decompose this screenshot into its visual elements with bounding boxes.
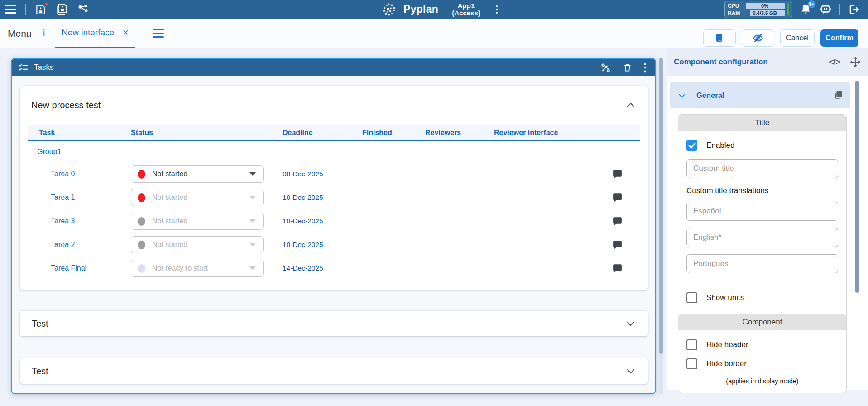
edit-tools-icon[interactable] xyxy=(600,63,611,73)
collapsed-section-test-2[interactable]: Test xyxy=(20,358,648,384)
checkbox-icon[interactable] xyxy=(686,358,697,369)
column-deadline: Deadline xyxy=(283,129,362,137)
preview-toggle-button[interactable] xyxy=(742,29,774,47)
checkbox-icon[interactable] xyxy=(686,339,697,350)
save-all-icon[interactable] xyxy=(56,3,68,15)
ram-label: RAM xyxy=(728,10,742,16)
comment-icon[interactable] xyxy=(612,169,623,180)
task-link[interactable]: Tarea 0 xyxy=(28,170,131,178)
delete-icon[interactable] xyxy=(623,63,632,72)
title-enabled-checkbox[interactable]: Enabled xyxy=(686,140,838,151)
book-icon xyxy=(714,33,725,44)
general-section-header[interactable]: General xyxy=(670,82,850,108)
confirm-button[interactable]: Confirm xyxy=(820,29,858,47)
deadline-value: 10-Dec-2025 xyxy=(283,193,362,202)
column-reviewers: Reviewers xyxy=(425,129,494,137)
code-editor-icon[interactable]: </> xyxy=(829,57,840,67)
app-menu-kebab-icon[interactable] xyxy=(496,5,498,14)
top-app-bar: Pyplan App1 (Access) CPU 0% RAM xyxy=(0,0,868,19)
panel-menu-kebab-icon[interactable] xyxy=(644,63,646,72)
chevron-down-icon xyxy=(249,196,256,199)
table-row: Tarea 2 Not started 10-Dec-2025 xyxy=(28,233,640,256)
status-dropdown[interactable]: Not started xyxy=(131,236,264,253)
process-section: New process test Task Status Deadline Fi… xyxy=(20,86,648,290)
general-label: General xyxy=(696,91,724,100)
model-share-icon[interactable] xyxy=(77,3,90,16)
interface-toolbar: Menu i New interface ✕ Cancel Confirm xyxy=(0,19,868,48)
title-es-input[interactable] xyxy=(686,202,838,221)
show-units-checkbox[interactable]: Show units xyxy=(686,292,838,303)
menu-label[interactable]: Menu xyxy=(8,19,32,48)
cancel-button[interactable]: Cancel xyxy=(780,29,815,47)
pyplan-logo-text: Pyplan xyxy=(403,3,438,15)
column-reviewer-interface: Reviewer interface xyxy=(494,129,612,137)
info-icon[interactable]: i xyxy=(43,19,45,48)
sidebar-scrollbar-thumb[interactable] xyxy=(855,81,859,293)
move-icon[interactable] xyxy=(850,57,861,68)
component-group-header: Component xyxy=(678,314,846,330)
engine-status-indicator xyxy=(787,3,789,16)
chevron-down-icon[interactable] xyxy=(625,318,636,329)
deadline-value: 08-Dec-2025 xyxy=(283,170,362,178)
comment-icon[interactable] xyxy=(612,263,623,274)
chevron-down-icon xyxy=(249,172,256,176)
task-link[interactable]: Tarea Final xyxy=(28,264,131,272)
collapsed-section-test-1[interactable]: Test xyxy=(20,311,648,336)
custom-title-input[interactable] xyxy=(686,159,838,178)
task-link[interactable]: Tarea 2 xyxy=(28,241,131,249)
main-scrollbar-thumb[interactable] xyxy=(659,58,663,354)
checkbox-icon[interactable] xyxy=(686,140,697,151)
assistant-chat-icon[interactable] xyxy=(819,3,832,16)
task-group-label[interactable]: Group1 xyxy=(28,141,640,162)
hide-border-checkbox[interactable]: Hide border xyxy=(686,358,838,369)
task-link[interactable]: Tarea 1 xyxy=(28,193,131,202)
resource-monitor: CPU 0% RAM 0.4/3.5 GB xyxy=(724,1,792,18)
documentation-button[interactable] xyxy=(703,29,736,47)
hide-header-checkbox[interactable]: Hide header xyxy=(686,339,838,350)
checkbox-icon[interactable] xyxy=(686,292,697,303)
save-icon[interactable] xyxy=(35,4,47,15)
display-mode-note: (applies in display mode) xyxy=(686,377,838,387)
title-en-input[interactable] xyxy=(686,228,838,247)
checkbox-label: Enabled xyxy=(706,141,734,150)
status-dropdown[interactable]: Not started xyxy=(131,165,264,183)
interface-list-icon[interactable] xyxy=(153,29,164,38)
component-configuration-sidebar: Component configuration </> General Titl… xyxy=(667,48,868,390)
unsaved-changes-dot xyxy=(44,2,48,6)
chevron-down-icon[interactable] xyxy=(625,366,636,377)
process-title: New process test xyxy=(31,100,101,111)
deadline-value: 10-Dec-2025 xyxy=(283,217,362,225)
task-link[interactable]: Tarea 3 xyxy=(28,217,131,225)
status-dropdown[interactable]: Not started xyxy=(131,213,264,230)
table-row: Tarea 0 Not started 08-Dec-2025 xyxy=(28,162,640,186)
tasks-component-panel: Tasks New process test Task xyxy=(11,58,656,394)
status-dot-icon xyxy=(138,193,145,202)
status-label: Not started xyxy=(152,241,243,249)
translations-label: Custom title translations xyxy=(686,186,838,195)
comment-icon[interactable] xyxy=(612,216,623,227)
comment-icon[interactable] xyxy=(612,192,623,203)
checkbox-label: Hide header xyxy=(706,340,748,349)
pyplan-logo-icon xyxy=(382,2,396,17)
deadline-value: 14-Dec-2025 xyxy=(283,264,362,272)
divider xyxy=(25,4,26,15)
status-dropdown[interactable]: Not ready to start xyxy=(131,260,264,277)
logout-icon[interactable] xyxy=(847,3,860,16)
status-dot-icon xyxy=(138,264,145,273)
tab-close-icon[interactable]: ✕ xyxy=(122,29,129,37)
main-scrollbar[interactable] xyxy=(659,58,663,394)
title-pt-input[interactable] xyxy=(686,254,838,273)
comment-icon[interactable] xyxy=(612,239,623,251)
app-selector[interactable]: App1 (Access) xyxy=(452,2,480,17)
chevron-up-icon[interactable] xyxy=(625,100,636,111)
status-dot-icon xyxy=(138,170,145,179)
copy-icon[interactable] xyxy=(833,90,843,102)
status-dropdown[interactable]: Not started xyxy=(131,189,264,206)
main-menu-icon[interactable] xyxy=(5,5,16,14)
title-group-header: Title xyxy=(678,115,846,131)
tab-new-interface[interactable]: New interface ✕ xyxy=(55,19,135,48)
panel-title: Tasks xyxy=(34,63,53,72)
column-status: Status xyxy=(131,129,283,137)
chevron-down-icon xyxy=(249,243,256,246)
notifications-bell-icon[interactable]: 9+ xyxy=(800,3,812,15)
